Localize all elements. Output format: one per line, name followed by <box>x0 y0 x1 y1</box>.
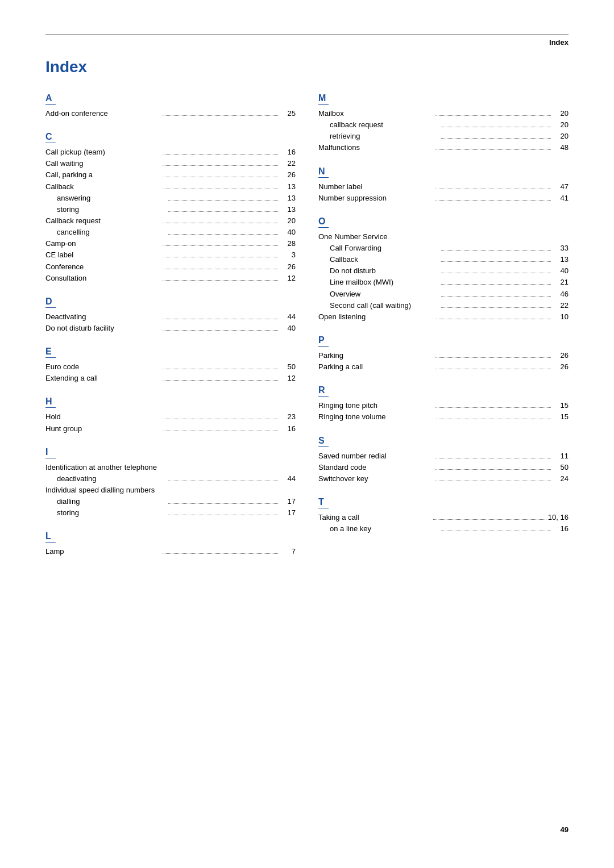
entry-page: 44 <box>280 311 296 323</box>
entry-text: Number suppression <box>318 193 434 204</box>
index-entry: Consultation12 <box>45 273 296 284</box>
entry-dots <box>163 158 278 166</box>
entry-page: 13 <box>280 181 296 193</box>
entry-text: Switchover key <box>318 473 434 485</box>
entry-text: Open listening <box>318 311 434 323</box>
entry-dots <box>163 311 278 319</box>
index-entry: on a line key16 <box>318 523 569 535</box>
index-entry: Call Forwarding33 <box>318 243 569 254</box>
index-entry: Callback13 <box>318 254 569 265</box>
entry-page: 25 <box>280 108 296 119</box>
entry-page: 21 <box>553 277 569 288</box>
entry-dots <box>441 119 551 127</box>
entry-dots <box>163 261 278 269</box>
entry-text: Lamp <box>45 546 161 557</box>
index-entry: Extending a call12 <box>45 373 296 384</box>
entry-page: 24 <box>553 473 569 485</box>
entry-page: 15 <box>553 411 569 423</box>
index-entry: Open listening10 <box>318 311 569 323</box>
entry-dots <box>435 462 551 470</box>
entry-text: storing <box>57 204 167 215</box>
entry-dots <box>441 277 551 285</box>
entry-dots <box>168 204 278 212</box>
entry-page: 16 <box>280 423 296 435</box>
entry-text: Deactivating <box>45 311 161 323</box>
entry-text: CE label <box>45 249 161 261</box>
index-entry: answering13 <box>45 193 296 204</box>
entry-page: 15 <box>553 400 569 411</box>
entry-page: 17 <box>280 496 296 507</box>
page-number: 49 <box>561 825 569 834</box>
entry-dots <box>441 523 551 531</box>
section-letter: C <box>45 132 56 143</box>
page-header: Index <box>45 38 569 47</box>
index-entry: Hold23 <box>45 411 296 423</box>
entry-text: Camp-on <box>45 238 161 249</box>
entry-page: 50 <box>280 361 296 373</box>
entry-page: 47 <box>553 181 569 193</box>
entry-dots <box>435 350 551 358</box>
entry-page: 22 <box>553 300 569 311</box>
entry-page: 41 <box>553 193 569 204</box>
entry-page: 40 <box>553 265 569 277</box>
top-rule <box>45 34 569 35</box>
entry-text: Identification at another telephone <box>45 462 296 473</box>
entry-dots <box>441 289 551 297</box>
entry-page: 13 <box>280 193 296 204</box>
entry-text: Conference <box>45 261 161 273</box>
entry-text: Ringing tone pitch <box>318 400 434 411</box>
entry-page: 17 <box>280 507 296 519</box>
entry-page: 13 <box>280 204 296 215</box>
entry-dots <box>441 131 551 139</box>
section-c: CCall pickup (team)16Call waiting22Call,… <box>45 132 296 284</box>
entry-dots <box>168 193 278 201</box>
index-entry: deactivating44 <box>45 473 296 485</box>
section-m: MMailbox20callback request20retrieving20… <box>318 93 569 154</box>
entry-text: Second call (call waiting) <box>330 300 439 311</box>
entry-text: storing <box>57 507 167 519</box>
section-a: AAdd-on conference25 <box>45 93 296 119</box>
entry-dots <box>441 243 551 251</box>
entry-dots <box>163 423 278 431</box>
entry-dots <box>433 512 546 520</box>
section-h: HHold23Hunt group16 <box>45 397 296 434</box>
entry-text: Mailbox <box>318 108 434 119</box>
entry-text: Parking a call <box>318 361 434 373</box>
index-entry: Add-on conference25 <box>45 108 296 119</box>
entry-page: 10, 16 <box>548 512 569 523</box>
page: Index Index AAdd-on conference25CCall pi… <box>0 0 614 868</box>
entry-dots <box>435 142 551 150</box>
entry-text: Callback <box>45 181 161 193</box>
entry-page: 20 <box>553 108 569 119</box>
index-entry: Standard code50 <box>318 462 569 473</box>
entry-dots <box>441 254 551 262</box>
entry-text: Extending a call <box>45 373 161 384</box>
entry-text: deactivating <box>57 473 167 485</box>
entry-text: Individual speed dialling numbers <box>45 485 296 496</box>
section-s: SSaved number redial11Standard code50Swi… <box>318 436 569 485</box>
index-entry: Hunt group16 <box>45 423 296 435</box>
entry-dots <box>435 411 551 419</box>
entry-dots <box>163 169 278 177</box>
section-p: PParking26Parking a call26 <box>318 335 569 373</box>
entry-text: One Number Service <box>318 231 569 243</box>
header-label: Index <box>549 38 569 47</box>
section-letter: P <box>318 335 329 347</box>
entry-text: Taking a call <box>318 512 432 523</box>
entry-text: callback request <box>330 119 439 131</box>
entry-dots <box>163 147 278 155</box>
entry-page: 12 <box>280 273 296 284</box>
entry-page: 20 <box>280 215 296 227</box>
index-entry: Lamp7 <box>45 546 296 557</box>
entry-page: 16 <box>553 523 569 535</box>
entry-dots <box>435 108 551 116</box>
entry-dots <box>163 238 278 246</box>
entry-dots <box>435 181 551 189</box>
entry-dots <box>163 411 278 419</box>
entry-dots <box>163 323 278 331</box>
entry-page: 3 <box>280 249 296 261</box>
section-d: DDeactivating44Do not disturb facility40 <box>45 297 296 334</box>
index-entry: One Number Service <box>318 231 569 243</box>
entry-text: Saved number redial <box>318 450 434 462</box>
entry-dots <box>168 473 278 481</box>
